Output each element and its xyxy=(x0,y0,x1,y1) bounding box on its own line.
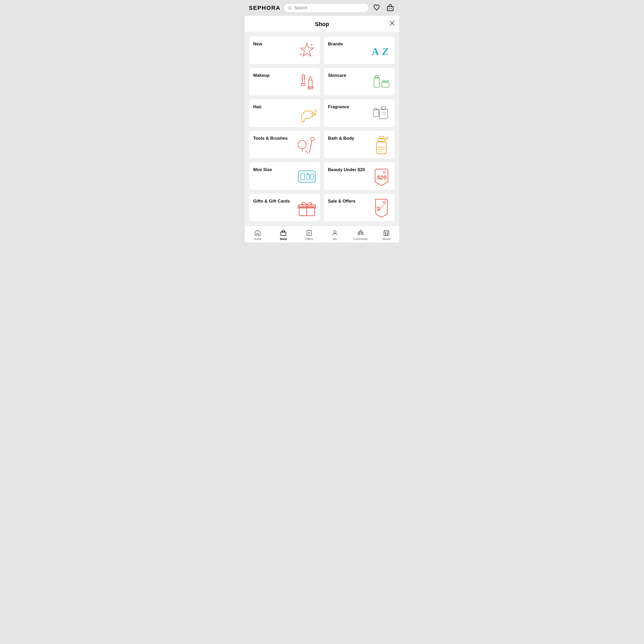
svg-line-41 xyxy=(309,140,312,153)
mini-size-icon xyxy=(296,166,317,187)
category-label-hair: Hair xyxy=(253,104,262,109)
header-icons xyxy=(372,3,395,13)
nav-item-stores[interactable]: Stores xyxy=(374,228,399,241)
shop-modal: Shop New xyxy=(245,16,399,226)
svg-point-11 xyxy=(300,54,301,55)
svg-rect-2 xyxy=(387,6,393,11)
me-nav-icon xyxy=(331,229,338,236)
svg-rect-54 xyxy=(307,174,309,180)
svg-rect-35 xyxy=(379,109,388,119)
category-label-bath-body: Bath & Body xyxy=(328,136,354,141)
bottom-nav: Home Shop Offers xyxy=(245,226,399,242)
svg-point-50 xyxy=(386,138,387,140)
offers-nav-icon xyxy=(306,229,313,236)
wishlist-button[interactable] xyxy=(372,3,381,13)
category-label-brands: Brands xyxy=(328,41,343,47)
nav-item-community[interactable]: Community xyxy=(348,228,374,241)
community-nav-icon xyxy=(357,229,364,236)
nav-item-shop[interactable]: Shop xyxy=(270,228,296,241)
category-card-hair[interactable]: Hair xyxy=(249,99,320,127)
search-input[interactable] xyxy=(294,6,365,10)
svg-point-39 xyxy=(298,140,306,149)
nav-label-stores: Stores xyxy=(382,237,391,240)
category-card-makeup[interactable]: Makeup xyxy=(249,67,320,96)
shop-title: Shop xyxy=(315,21,329,28)
svg-point-64 xyxy=(383,201,385,203)
svg-text:Z: Z xyxy=(382,46,388,57)
nav-label-offers: Offers xyxy=(305,237,313,240)
category-label-makeup: Makeup xyxy=(253,73,269,78)
nav-label-shop: Shop xyxy=(280,237,287,240)
beauty-under-20-icon: $20 xyxy=(371,166,392,187)
nav-label-me: Me xyxy=(333,237,337,240)
fragrance-icon xyxy=(371,103,392,124)
category-label-mini-size: Mini Size xyxy=(253,167,272,172)
svg-point-58 xyxy=(383,171,385,173)
category-card-mini-size[interactable]: Mini Size xyxy=(249,162,320,190)
brands-icon: A ··· Z xyxy=(371,40,392,61)
category-card-tools-brushes[interactable]: Tools & Brushes xyxy=(249,130,320,159)
basket-icon xyxy=(386,4,394,11)
skincare-icon xyxy=(371,72,392,92)
svg-rect-28 xyxy=(374,78,379,87)
svg-line-43 xyxy=(306,150,308,154)
svg-line-10 xyxy=(313,46,314,47)
svg-point-67 xyxy=(282,232,283,232)
category-card-gifts-gift-cards[interactable]: Gifts & Gift Cards xyxy=(249,193,320,222)
heart-icon xyxy=(373,4,380,11)
category-label-gifts-gift-cards: Gifts & Gift Cards xyxy=(253,199,290,204)
svg-point-75 xyxy=(362,232,363,233)
category-label-skincare: Skincare xyxy=(328,73,346,78)
svg-point-72 xyxy=(334,231,336,233)
category-card-sale-offers[interactable]: Sale & Offers S xyxy=(324,193,395,222)
tools-brushes-icon xyxy=(296,135,317,155)
cart-button[interactable] xyxy=(385,3,395,13)
close-icon xyxy=(389,20,395,26)
new-icon xyxy=(296,40,317,61)
category-label-sale-offers: Sale & Offers xyxy=(328,199,355,204)
nav-label-home: Home xyxy=(254,237,261,240)
svg-rect-44 xyxy=(377,141,386,154)
svg-rect-53 xyxy=(301,173,305,179)
nav-label-community: Community xyxy=(353,237,368,240)
category-card-new[interactable]: New xyxy=(249,36,320,64)
category-card-beauty-under-20[interactable]: Beauty Under $20 $20 xyxy=(324,162,395,190)
bath-body-icon xyxy=(371,135,392,155)
svg-point-74 xyxy=(358,232,360,233)
search-bar[interactable] xyxy=(284,3,369,13)
category-card-brands[interactable]: Brands A ··· Z xyxy=(324,36,395,64)
search-icon xyxy=(288,6,292,10)
svg-rect-16 xyxy=(302,74,304,83)
svg-rect-66 xyxy=(281,232,286,235)
category-label-tools-brushes: Tools & Brushes xyxy=(253,136,288,141)
sephora-logo: SEPHORA xyxy=(249,5,281,11)
category-card-bath-body[interactable]: Bath & Body xyxy=(324,130,395,159)
home-nav-icon xyxy=(254,229,261,236)
category-label-new: New xyxy=(253,41,262,47)
category-label-fragrance: Fragrance xyxy=(328,104,349,109)
svg-rect-30 xyxy=(382,82,389,87)
category-label-beauty-under-20: Beauty Under $20 xyxy=(328,167,365,172)
svg-line-1 xyxy=(291,9,292,10)
svg-point-68 xyxy=(284,232,285,232)
sale-offers-icon: S xyxy=(371,198,392,218)
svg-point-0 xyxy=(289,6,291,9)
nav-item-me[interactable]: Me xyxy=(322,228,348,241)
shop-nav-icon xyxy=(280,229,287,236)
nav-item-offers[interactable]: Offers xyxy=(296,228,322,241)
shop-modal-header: Shop xyxy=(245,16,399,32)
category-card-skincare[interactable]: Skincare xyxy=(324,67,395,96)
svg-rect-77 xyxy=(386,233,387,235)
svg-point-73 xyxy=(360,231,362,233)
svg-point-51 xyxy=(387,137,389,138)
header: SEPHORA xyxy=(245,0,399,16)
svg-point-42 xyxy=(310,137,315,140)
category-card-fragrance[interactable]: Fragrance xyxy=(324,99,395,127)
stores-nav-icon xyxy=(383,229,390,236)
close-button[interactable] xyxy=(389,20,395,27)
hair-icon xyxy=(296,103,317,124)
svg-text:···: ··· xyxy=(377,50,380,54)
nav-item-home[interactable]: Home xyxy=(245,228,270,241)
gifts-icon xyxy=(296,198,317,218)
svg-rect-76 xyxy=(384,232,389,235)
